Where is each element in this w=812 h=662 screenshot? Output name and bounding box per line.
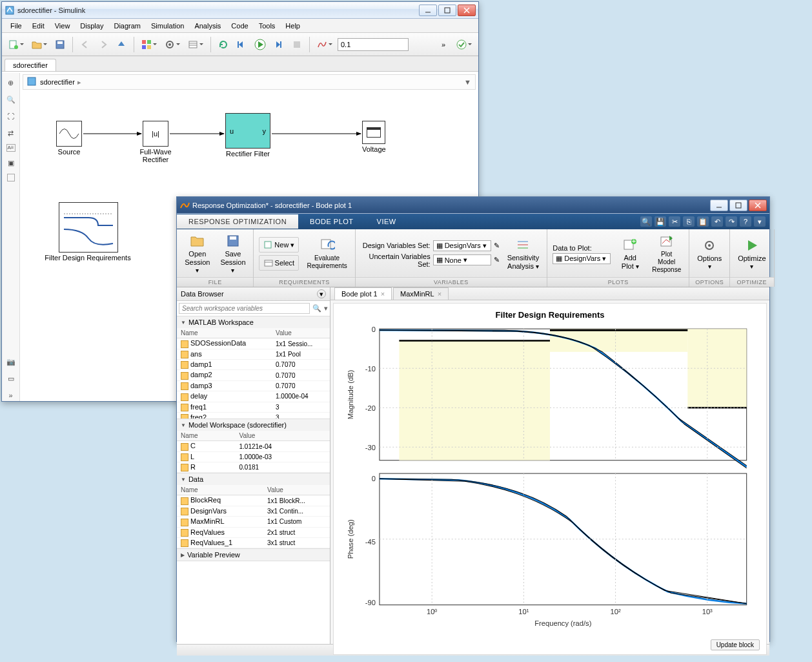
table-row[interactable]: ans1x1 Pool <box>177 349 330 359</box>
new-model-button[interactable] <box>6 37 26 52</box>
collapse-icon[interactable]: ▾ <box>317 289 326 298</box>
menu-edit[interactable]: Edit <box>28 21 49 31</box>
qa-cut-icon[interactable]: ✂ <box>669 216 680 227</box>
menu-diagram[interactable]: Diagram <box>109 21 145 31</box>
evaluate-requirements-button[interactable]: Evaluate Requirements <box>304 236 349 271</box>
bode-plot-area[interactable]: Filter Design Requirements <box>333 303 767 655</box>
table-row[interactable]: freq23 <box>177 412 330 419</box>
menu-help[interactable]: Help <box>281 21 305 31</box>
optimize-button[interactable]: Optimize ▾ <box>735 236 768 272</box>
sim-mode-button[interactable] <box>314 37 335 52</box>
table-row[interactable]: damp10.7070 <box>177 360 330 370</box>
step-back-button[interactable] <box>234 37 249 52</box>
uncertain-variables-select[interactable]: ▦None ▾ <box>433 254 491 265</box>
close-button[interactable] <box>749 200 767 211</box>
minimize-button[interactable] <box>419 5 437 16</box>
qa-minimize-ribbon-icon[interactable]: ▾ <box>754 216 766 227</box>
block-filter-requirements[interactable]: Filter Design Requirements <box>59 202 143 262</box>
maximize-button[interactable] <box>438 5 456 16</box>
tab-response-optimization[interactable]: RESPONSE OPTIMIZATION <box>177 214 298 229</box>
chevron-down-icon[interactable]: ▼ <box>464 78 471 86</box>
menu-analysis[interactable]: Analysis <box>190 21 225 31</box>
run-button[interactable] <box>252 37 269 52</box>
table-row[interactable]: damp30.7070 <box>177 380 330 391</box>
annotation-icon[interactable]: A≡ <box>6 144 15 152</box>
menu-file[interactable]: File <box>6 21 26 31</box>
fast-restart-button[interactable]: » <box>436 37 451 52</box>
table-row[interactable]: SDOSessionData1x1 Sessio... <box>177 338 330 349</box>
maximize-button[interactable] <box>729 200 747 211</box>
design-variables-select[interactable]: ▦DesignVars ▾ <box>433 240 491 251</box>
tab-sdorectifier[interactable]: sdorectifier <box>5 59 56 71</box>
zoom-icon[interactable]: 🔍 <box>5 94 17 105</box>
block-fullwave-rectifier[interactable]: |u| Full-Wave Rectifier <box>143 121 178 163</box>
stop-time-input[interactable] <box>338 38 409 51</box>
library-browser-button[interactable] <box>139 37 159 52</box>
step-forward-button[interactable] <box>271 37 287 52</box>
tab-bode-plot[interactable]: BODE PLOT <box>298 214 365 229</box>
menu-display[interactable]: Display <box>76 21 108 31</box>
plot-model-response-button[interactable]: Plot Model Response <box>649 233 684 275</box>
fit-icon[interactable]: ⛶ <box>5 110 17 122</box>
qa-search-icon[interactable]: 🔍 <box>640 216 652 227</box>
search-icon[interactable]: 🔍 <box>310 304 324 313</box>
breadcrumb-label[interactable]: sdorectifier <box>40 78 75 86</box>
update-diagram-button[interactable] <box>216 37 231 52</box>
table-row[interactable]: ReqValues2x1 struct <box>177 527 330 537</box>
open-session-button[interactable]: Open Session ▾ <box>182 232 213 276</box>
minimize-button[interactable] <box>710 200 728 211</box>
screenshot-icon[interactable]: 📷 <box>5 356 17 367</box>
menu-simulation[interactable]: Simulation <box>147 21 188 31</box>
table-row[interactable]: MaxMinRL1x1 Custom <box>177 517 330 527</box>
table-row[interactable]: damp20.7070 <box>177 370 330 380</box>
qa-redo-icon[interactable]: ↷ <box>726 216 737 227</box>
model-explorer-button[interactable] <box>185 37 206 52</box>
open-button[interactable] <box>29 37 50 52</box>
menu-view[interactable]: View <box>50 21 75 31</box>
image-icon[interactable]: ▣ <box>5 157 17 169</box>
search-dropdown-icon[interactable]: ▾ <box>324 304 328 313</box>
close-icon[interactable]: × <box>381 290 385 298</box>
menu-code[interactable]: Code <box>227 21 252 31</box>
tab-view[interactable]: VIEW <box>365 214 408 229</box>
edit-pencil-icon[interactable]: ✎ <box>494 242 500 250</box>
table-row[interactable]: freq13 <box>177 402 330 412</box>
simulink-titlebar[interactable]: sdorectifier - Simulink <box>2 2 478 19</box>
data-to-plot-select[interactable]: ▦DesignVars ▾ <box>553 253 611 264</box>
block-rectifier-filter[interactable]: u y Rectifier Filter <box>225 113 270 158</box>
edit-pencil-icon[interactable]: ✎ <box>494 256 500 264</box>
config-button[interactable] <box>162 37 183 52</box>
table-row[interactable]: ReqValues_13x1 struct <box>177 537 330 548</box>
more-icon[interactable]: » <box>5 389 17 401</box>
up-button[interactable] <box>114 37 129 52</box>
options-button[interactable]: Options ▾ <box>695 236 724 272</box>
area-icon[interactable] <box>7 174 15 181</box>
ready-indicator-icon[interactable] <box>454 37 474 52</box>
hide-browser-icon[interactable]: ⊕ <box>5 77 17 88</box>
table-row[interactable]: delay1.0000e-04 <box>177 391 330 402</box>
block-source[interactable]: Source <box>56 121 82 156</box>
pan-icon[interactable]: ⇄ <box>5 127 17 139</box>
save-session-button[interactable]: Save Session ▾ <box>218 232 249 276</box>
select-requirement-button[interactable]: Select <box>259 255 299 271</box>
qa-undo-icon[interactable]: ↶ <box>711 216 723 227</box>
search-input[interactable] <box>179 303 310 314</box>
doctab-bode-plot-1[interactable]: Bode plot 1× <box>334 287 392 300</box>
table-row[interactable]: C1.0121e-04 <box>177 441 330 451</box>
qa-copy-icon[interactable]: ⎘ <box>683 216 695 227</box>
toggle-perspective-icon[interactable]: ▭ <box>5 373 17 384</box>
qa-help-icon[interactable]: ? <box>740 216 751 227</box>
qa-paste-icon[interactable]: 📋 <box>697 216 709 227</box>
doctab-maxminrl[interactable]: MaxMinRL× <box>393 287 449 300</box>
save-button[interactable] <box>52 37 68 52</box>
update-block-button[interactable]: Update block <box>711 639 760 650</box>
qa-save-icon[interactable]: 💾 <box>655 216 666 227</box>
ro-titlebar[interactable]: Response Optimization* - sdorectifier - … <box>177 197 769 214</box>
add-plot-button[interactable]: + Add Plot ▾ <box>616 236 644 272</box>
table-row[interactable]: R0.0181 <box>177 462 330 473</box>
close-icon[interactable]: × <box>438 290 442 298</box>
table-row[interactable]: BlockReq1x1 BlockR... <box>177 495 330 506</box>
block-voltage[interactable]: Voltage <box>362 121 386 153</box>
menu-tools[interactable]: Tools <box>254 21 280 31</box>
table-row[interactable]: DesignVars3x1 Contin... <box>177 506 330 516</box>
